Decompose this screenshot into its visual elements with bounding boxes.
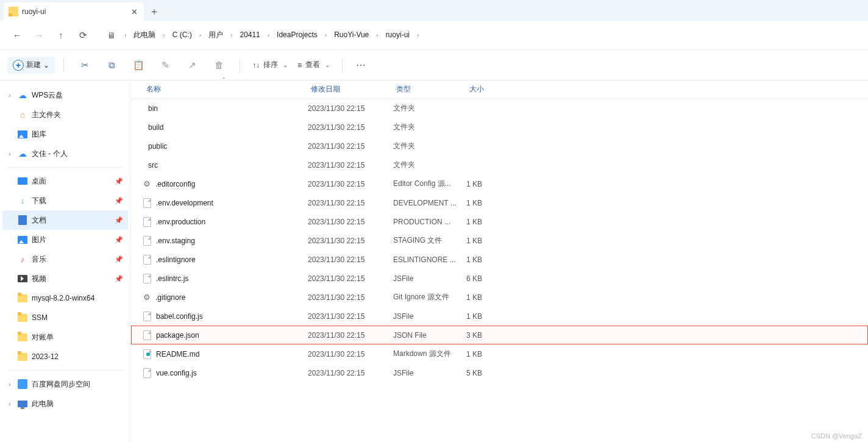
chevron-right-icon[interactable]: › [370,32,384,38]
crumb-segment[interactable]: 此电脑 [132,28,157,41]
up-button[interactable]: ↑ [50,24,72,46]
more-button[interactable]: ⋯ [351,59,372,71]
back-button[interactable]: ← [6,24,28,46]
file-row[interactable]: build2023/11/30 22:15文件夹 [131,118,868,137]
file-row[interactable]: babel.config.js2023/11/30 22:15JSFile1 K… [131,307,868,326]
expand-icon[interactable]: › [6,151,13,157]
baidu-icon [18,379,27,389]
sidebar-item[interactable]: ›⌂主文件夹 [2,105,128,124]
sidebar-item[interactable]: ›图库 [2,124,128,144]
file-row[interactable]: README.md2023/11/30 22:15Markdown 源文件1 K… [131,344,868,363]
file-row[interactable]: package.json2023/11/30 22:15JSON File3 K… [131,326,868,344]
cut-icon[interactable]: ✂ [73,54,97,76]
refresh-button[interactable]: ⟳ [72,24,94,46]
crumb-segment[interactable]: IdeaProjects [276,28,319,41]
file-icon [143,236,151,246]
close-icon[interactable]: ✕ [131,7,138,16]
rename-icon[interactable]: ✎ [153,54,177,76]
folder-icon [18,353,27,361]
column-size[interactable]: 大小 [469,84,518,94]
file-date: 2023/11/30 22:15 [308,255,393,264]
column-date[interactable]: 修改日期 [311,84,396,94]
file-name-cell: vue.config.js [143,368,308,378]
column-header[interactable]: ˄ 名称 修改日期 类型 大小 [131,80,868,99]
sidebar-item[interactable]: ›百度网盘同步空间 [2,374,128,394]
chevron-right-icon[interactable]: › [157,32,171,38]
copy-icon[interactable]: ⧉ [99,54,124,76]
crumb-segment[interactable]: 20411 [238,28,261,41]
crumb-segment[interactable]: C (C:) [171,28,193,41]
expand-icon[interactable]: › [6,92,13,99]
file-name: .env.production [156,218,205,226]
file-name-cell: .eslintignore [143,255,308,265]
sidebar-item[interactable]: ›2023-12 [2,347,128,366]
file-size: 1 KB [466,237,515,245]
file-type: JSFile [393,312,466,321]
sidebar-item[interactable]: ›☁WPS云盘 [2,85,128,105]
file-row[interactable]: .env.production2023/11/30 22:15PRODUCTIO… [131,212,868,231]
file-name-cell: .env.staging [143,236,308,246]
forward-button[interactable]: → [28,24,50,46]
file-row[interactable]: bin2023/11/30 22:15文件夹 [131,99,868,118]
file-name: .eslintignore [156,255,196,264]
file-row[interactable]: ⚙.gitignore2023/11/30 22:15Git Ignore 源文… [131,288,868,307]
gear-icon: ⚙ [143,179,151,188]
file-row[interactable]: src2023/11/30 22:15文件夹 [131,155,868,174]
sidebar-item-label: 对账单 [32,332,123,343]
chevron-right-icon[interactable]: › [261,32,276,38]
chevron-down-icon: ⌄ [43,61,49,70]
sidebar-item[interactable]: ›文档📌 [2,210,128,230]
paste-icon[interactable]: 📋 [126,54,151,76]
sort-button[interactable]: ↑↓ 排序 ⌄ [249,57,291,73]
file-row[interactable]: .env.development2023/11/30 22:15DEVELOPM… [131,193,868,212]
file-row[interactable]: .eslintignore2023/11/30 22:15ESLINTIGNOR… [131,250,868,269]
file-name-cell: ⚙.gitignore [143,293,308,302]
crumb-segment[interactable]: ruoyi-ui [385,28,411,41]
monitor-icon[interactable]: 🖥 [105,30,118,40]
sidebar-item[interactable]: ›桌面📌 [2,171,128,191]
chevron-right-icon[interactable]: › [118,32,132,38]
file-row[interactable]: public2023/11/30 22:15文件夹 [131,137,868,155]
delete-icon[interactable]: 🗑 [207,54,231,76]
browser-tab[interactable]: ruoyi-ui ✕ [4,2,144,21]
file-size: 1 KB [466,312,515,321]
download-icon: ↓ [21,196,25,205]
crumb-segment[interactable]: 用户 [207,28,224,41]
view-label: 查看 [305,60,320,70]
chevron-right-icon[interactable]: › [193,32,207,38]
file-name: .eslintrc.js [156,274,188,283]
column-type[interactable]: 类型 [396,84,469,94]
file-date: 2023/11/30 22:15 [308,161,393,169]
file-name-cell: .eslintrc.js [143,274,308,283]
breadcrumb: 🖥 › 此电脑›C (C:)›用户›20411›IdeaProjects›Ruo… [105,30,425,40]
chevron-right-icon[interactable]: › [319,32,333,38]
toolbar: + 新建 ⌄ ✂ ⧉ 📋 ✎ ↗ 🗑 ↑↓ 排序 ⌄ ≡ 查看 ⌄ ⋯ [0,50,868,80]
sidebar-item[interactable]: ›对账单 [2,327,128,347]
new-tab-button[interactable]: ＋ [144,2,165,21]
file-icon [143,255,151,265]
file-row[interactable]: vue.config.js2023/11/30 22:15JSFile5 KB [131,363,868,382]
view-button[interactable]: ≡ 查看 ⌄ [294,57,333,73]
sidebar-item[interactable]: ›♪音乐📌 [2,249,128,269]
expand-icon[interactable]: › [6,381,13,388]
expand-icon[interactable]: › [6,401,13,407]
sidebar-item[interactable]: ›mysql-8.2.0-winx64 [2,288,128,308]
sidebar-item[interactable]: ›图片📌 [2,230,128,249]
sidebar-item[interactable]: ›视频📌 [2,269,128,288]
new-button[interactable]: + 新建 ⌄ [7,57,55,74]
file-row[interactable]: .eslintrc.js2023/11/30 22:15JSFile6 KB [131,269,868,288]
file-date: 2023/11/30 22:15 [308,312,393,321]
sidebar-item[interactable]: ›☁文佳 - 个人 [2,144,128,163]
share-icon[interactable]: ↗ [180,54,204,76]
picture-icon [18,236,27,244]
crumb-segment[interactable]: RuoYi-Vue [333,28,370,41]
file-row[interactable]: ⚙.editorconfig2023/11/30 22:15Editor Con… [131,174,868,193]
chevron-right-icon[interactable]: › [411,32,425,38]
sidebar-item[interactable]: ›此电脑 [2,394,128,413]
chevron-right-icon[interactable]: › [224,32,238,38]
file-row[interactable]: .env.staging2023/11/30 22:15STAGING 文件1 … [131,231,868,250]
sidebar-item[interactable]: ›SSM [2,308,128,327]
file-date: 2023/11/30 22:15 [308,274,393,283]
sidebar-item[interactable]: ›↓下载📌 [2,191,128,210]
column-name[interactable]: 名称 [146,84,311,94]
